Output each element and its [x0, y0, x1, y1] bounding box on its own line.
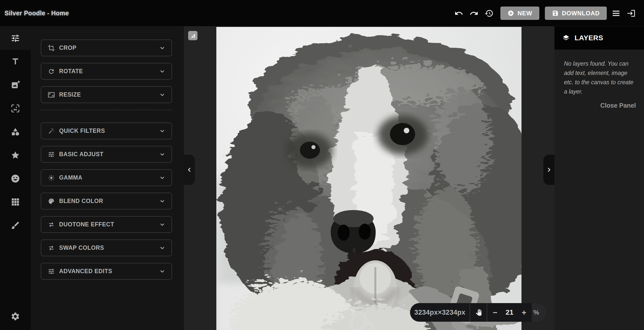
accordion-label: BLEND COLOR — [59, 198, 159, 204]
zoom-level-value: 21 — [506, 308, 513, 316]
collapse-left-panel-tab[interactable] — [184, 155, 195, 185]
layers-panel-title: LAYERS — [575, 34, 603, 42]
sliders-icon — [11, 33, 20, 43]
triangle-ruler-icon — [190, 33, 196, 39]
download-button[interactable]: DOWNLOAD — [545, 7, 607, 20]
download-button-label: DOWNLOAD — [562, 10, 600, 17]
hamburger-icon — [612, 9, 621, 18]
accordion-rotate[interactable]: ROTATE — [41, 63, 172, 80]
gear-icon — [11, 312, 20, 321]
accordion-swap-colors[interactable]: SWAP COLORS — [41, 239, 172, 256]
login-icon — [627, 9, 636, 18]
accordion-label: DUOTONE EFFECT — [59, 221, 159, 228]
top-bar: Silver Poodle - Home NEW DOWNLOAD — [0, 0, 644, 26]
undo-icon — [454, 9, 463, 18]
sun-icon — [48, 174, 55, 181]
accordion-blend-color[interactable]: BLEND COLOR — [41, 193, 172, 210]
accordion-crop[interactable]: CROP — [41, 39, 172, 56]
sidebar-item-adjust[interactable] — [0, 26, 31, 50]
sidebar-item-text[interactable] — [0, 50, 31, 73]
sign-in-button[interactable] — [625, 8, 637, 19]
grid-icon — [11, 197, 20, 207]
new-button-label: NEW — [517, 10, 532, 17]
topbar-actions: NEW DOWNLOAD — [450, 0, 637, 26]
sliders-icon — [48, 268, 55, 275]
accordion-label: ADVANCED EDITS — [59, 268, 159, 275]
accordion-quick-filters[interactable]: QUICK FILTERS — [41, 122, 172, 139]
accordion-label: CROP — [59, 45, 159, 51]
hand-icon — [474, 308, 482, 316]
shapes-icon — [11, 127, 20, 137]
zoom-out-button[interactable]: − — [493, 309, 497, 316]
ruler-toggle-button[interactable] — [188, 31, 197, 40]
section-divider — [41, 110, 172, 110]
sidebar-item-favorites[interactable] — [0, 143, 31, 167]
frame-icon — [11, 104, 20, 113]
accordion-label: BASIC ADJUST — [59, 151, 159, 158]
canvas-image[interactable] — [216, 27, 521, 330]
redo-button[interactable] — [468, 8, 480, 19]
accordion-label: GAMMA — [59, 174, 159, 181]
accordion-label: RESIZE — [59, 91, 159, 98]
layers-panel-body: No layers found. You can add text, eleme… — [554, 50, 644, 109]
pan-tool-button[interactable] — [470, 303, 487, 322]
chevron-down-icon — [159, 221, 166, 228]
star-icon — [11, 150, 20, 160]
crop-icon — [48, 45, 55, 52]
smiley-icon — [11, 174, 20, 183]
hamburger-menu-button[interactable] — [610, 8, 622, 19]
sidebar-item-add-image[interactable] — [0, 73, 31, 97]
sidebar-item-settings[interactable] — [0, 305, 31, 328]
new-button[interactable]: NEW — [500, 7, 539, 20]
text-icon — [11, 57, 20, 66]
chevron-down-icon — [159, 92, 166, 98]
palette-icon — [48, 198, 55, 205]
chevron-right-icon — [546, 167, 552, 173]
chevron-down-icon — [159, 268, 166, 275]
chevron-down-icon — [159, 175, 166, 181]
collapse-right-panel-tab[interactable] — [543, 155, 554, 185]
accordion-advanced-edits[interactable]: ADVANCED EDITS — [41, 263, 172, 280]
layers-panel: LAYERS No layers found. You can add text… — [554, 26, 644, 330]
rotate-icon — [48, 68, 55, 75]
accordion-basic-adjust[interactable]: BASIC ADJUST — [41, 146, 172, 163]
chevron-down-icon — [159, 151, 166, 158]
plus-circle-icon — [507, 10, 514, 17]
tools-panel: CROPROTATERESIZE QUICK FILTERSBASIC ADJU… — [31, 26, 184, 330]
canvas-dimensions-label: 3234px×3234px — [410, 303, 470, 322]
accordion-label: ROTATE — [59, 68, 159, 75]
history-icon — [485, 9, 494, 18]
chevron-down-icon — [159, 245, 166, 251]
status-bar: 3234px×3234px − 21 + % — [410, 303, 546, 322]
accordion-label: QUICK FILTERS — [59, 128, 159, 134]
document-title: Silver Poodle - Home — [5, 10, 69, 17]
history-button[interactable] — [483, 8, 495, 19]
swap-arrows-icon — [48, 244, 55, 252]
undo-button[interactable] — [453, 8, 465, 19]
swap-arrows-icon — [48, 221, 55, 228]
layers-icon — [562, 34, 570, 42]
canvas-area — [184, 26, 554, 330]
accordion-gamma[interactable]: GAMMA — [41, 169, 172, 186]
accordion-label: SWAP COLORS — [59, 244, 159, 251]
poodle-photo — [216, 27, 521, 330]
sidebar-item-draw[interactable] — [0, 214, 31, 237]
zoom-in-button[interactable]: + — [522, 309, 526, 316]
redo-icon — [469, 9, 478, 18]
sidebar-item-frame[interactable] — [0, 97, 31, 120]
sidebar-item-emoji[interactable] — [0, 167, 31, 190]
chevron-down-icon — [159, 68, 166, 75]
chevron-down-icon — [159, 45, 166, 51]
image-plus-icon — [11, 80, 20, 90]
magic-wand-icon — [48, 128, 55, 135]
chevron-down-icon — [159, 128, 166, 134]
layers-panel-header: LAYERS — [554, 26, 644, 50]
sidebar-item-patterns[interactable] — [0, 190, 31, 214]
zoom-percent-button[interactable]: % — [532, 303, 546, 322]
sidebar-item-elements[interactable] — [0, 120, 31, 143]
accordion-resize[interactable]: RESIZE — [41, 86, 172, 103]
close-panel-link[interactable]: Close Panel — [564, 102, 636, 109]
brush-icon — [11, 221, 20, 230]
accordion-duotone-effect[interactable]: DUOTONE EFFECT — [41, 216, 172, 233]
sliders-icon — [48, 151, 55, 158]
